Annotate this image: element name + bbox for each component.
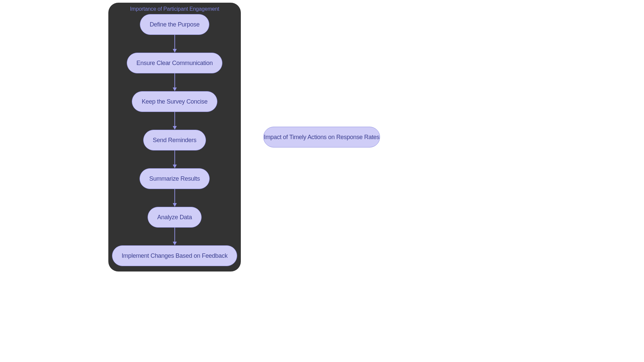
arrow-head-icon <box>173 87 177 91</box>
arrow-line <box>174 35 175 49</box>
arrow-head-icon <box>173 242 177 245</box>
arrow-line <box>174 112 175 126</box>
arrow <box>173 228 177 245</box>
flow-column: Define the Purpose Ensure Clear Communic… <box>122 14 227 266</box>
arrow-head-icon <box>173 126 177 130</box>
node-clear-communication: Ensure Clear Communication <box>127 53 222 73</box>
arrow-head-icon <box>173 49 177 53</box>
flow-group: Importance of Participant Engagement Def… <box>108 3 241 272</box>
arrow <box>173 73 177 91</box>
group-title: Importance of Participant Engagement <box>122 6 227 12</box>
node-implement-changes: Implement Changes Based on Feedback <box>112 245 237 266</box>
node-analyze-data: Analyze Data <box>148 207 202 228</box>
node-impact-timely-actions: Impact of Timely Actions on Response Rat… <box>263 127 380 147</box>
node-survey-concise: Keep the Survey Concise <box>132 91 217 112</box>
arrow-line <box>174 228 175 242</box>
arrow-head-icon <box>173 165 177 168</box>
arrow <box>173 112 177 130</box>
arrow <box>173 35 177 53</box>
node-define-purpose: Define the Purpose <box>140 14 209 35</box>
arrow <box>173 150 177 168</box>
arrow-line <box>174 73 175 87</box>
arrow-head-icon <box>173 203 177 207</box>
arrow-line <box>174 189 175 203</box>
node-summarize-results: Summarize Results <box>140 168 210 189</box>
arrow <box>173 189 177 207</box>
node-send-reminders: Send Reminders <box>143 130 206 150</box>
arrow-line <box>174 150 175 165</box>
